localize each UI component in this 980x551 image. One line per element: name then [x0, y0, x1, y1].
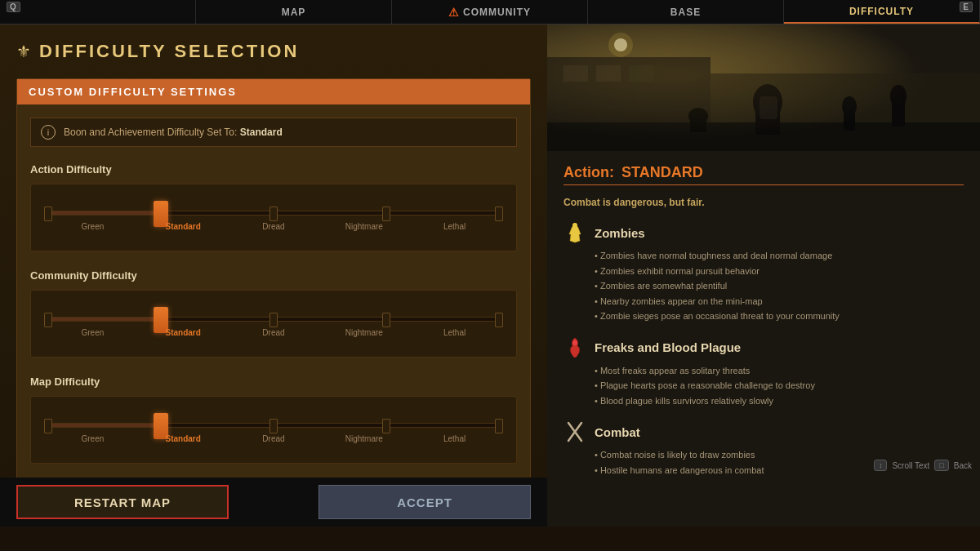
c-label-standard: Standard: [138, 328, 229, 337]
zombies-bullets: Zombies have normal toughness and deal n…: [595, 249, 964, 323]
zombie-icon: [564, 221, 586, 244]
stop-0: [44, 207, 52, 221]
action-slider-container[interactable]: Green Standard Dread Nightmare Lethal: [30, 184, 517, 251]
action-header: Action: STANDARD: [564, 164, 964, 181]
c-label-lethal: Lethal: [409, 328, 500, 337]
logo-icon: ⚜: [16, 42, 31, 61]
settings-box: CUSTOM DIFFICULTY SETTINGS i Boon and Ac…: [16, 78, 531, 510]
m-stop-4: [495, 419, 503, 433]
map-slider-labels: Green Standard Dread Nightmare Lethal: [47, 434, 500, 443]
combat-header: Combat: [564, 420, 964, 443]
community-slider-fill: [48, 318, 161, 321]
label-dread: Dread: [229, 222, 319, 231]
zombie-bullet-3: Nearby zombies appear on the mini-map: [595, 295, 964, 309]
accept-button[interactable]: Accept: [318, 485, 531, 519]
community-alert-icon: ⚠: [448, 6, 460, 19]
label-standard: Standard: [138, 222, 229, 231]
freak-bullet-2: Blood plague kills survivors relatively …: [595, 394, 964, 408]
info-text: Boon and Achievement Difficulty Set To: …: [64, 127, 283, 138]
scroll-key: ↕: [874, 460, 888, 471]
zombies-title: Zombies: [595, 226, 645, 240]
nav-map-label: Map: [282, 7, 306, 18]
label-nightmare: Nightmare: [318, 222, 409, 231]
freaks-bullets: Most freaks appear as solitary threats P…: [595, 364, 964, 408]
freaks-section: Freaks and Blood Plague Most freaks appe…: [564, 336, 964, 408]
settings-title: CUSTOM DIFFICULTY SETTINGS: [17, 79, 530, 104]
c-label-dread: Dread: [229, 328, 319, 337]
freaks-title: Freaks and Blood Plague: [595, 340, 741, 354]
e-key: E: [960, 2, 973, 12]
page-title: DIFFICULTY SELECTION: [39, 41, 299, 62]
back-hint-text: Back: [954, 461, 972, 470]
scene-overlay: [547, 24, 980, 151]
zombie-bullet-1: Zombies exhibit normal pursuit behavior: [595, 264, 964, 278]
stop-2: [270, 207, 278, 221]
left-panel: ⚜ DIFFICULTY SELECTION CUSTOM DIFFICULTY…: [0, 24, 547, 527]
community-slider-track[interactable]: [47, 317, 500, 322]
nav-item-q[interactable]: Q: [0, 0, 196, 24]
nav-difficulty-label: Difficulty: [849, 6, 914, 17]
m-label-dread: Dread: [229, 434, 319, 443]
nav-community-label: Community: [463, 7, 531, 18]
m-label-nightmare: Nightmare: [318, 434, 409, 443]
freaks-header: Freaks and Blood Plague: [564, 336, 964, 359]
c-stop-2: [270, 313, 278, 327]
m-stop-0: [44, 419, 52, 433]
scroll-hint: ↕ Scroll Text □ Back: [874, 460, 972, 471]
label-lethal: Lethal: [409, 222, 500, 231]
right-panel: Action: STANDARD Combat is dangerous, bu…: [547, 24, 980, 527]
map-slider-fill: [48, 424, 161, 427]
svg-point-20: [572, 223, 577, 228]
community-difficulty-section: Community Difficulty Green Standard Drea…: [30, 269, 517, 358]
freak-bullet-0: Most freaks appear as solitary threats: [595, 364, 964, 378]
page-header: ⚜ DIFFICULTY SELECTION: [16, 41, 531, 62]
restart-map-button[interactable]: Restart Map: [16, 485, 229, 519]
action-divider: [564, 184, 964, 185]
scroll-hint-text: Scroll Text: [892, 461, 929, 470]
nav-item-community[interactable]: ⚠ Community: [392, 0, 588, 24]
c-label-green: Green: [47, 328, 138, 337]
m-label-standard: Standard: [138, 434, 229, 443]
m-stop-3: [382, 419, 390, 433]
label-green: Green: [47, 222, 138, 231]
map-slider-container[interactable]: Green Standard Dread Nightmare Lethal: [30, 396, 517, 464]
nav-item-base[interactable]: Base: [588, 0, 784, 24]
c-stop-0: [44, 313, 52, 327]
freak-bullet-1: Plague hearts pose a reasonable challeng…: [595, 379, 964, 393]
zombie-bullet-2: Zombies are somewhat plentiful: [595, 279, 964, 293]
map-difficulty-label: Map Difficulty: [30, 375, 517, 388]
action-difficulty-section: Action Difficulty Green Standard: [30, 163, 517, 251]
zombies-section: Zombies Zombies have normal toughness an…: [564, 221, 964, 323]
map-slider-track[interactable]: [47, 423, 500, 428]
zombie-bullet-4: Zombie sieges pose an occasional threat …: [595, 309, 964, 323]
info-icon: i: [41, 125, 56, 140]
nav-item-difficulty[interactable]: Difficulty E: [784, 0, 980, 24]
info-row: i Boon and Achievement Difficulty Set To…: [30, 118, 517, 147]
nav-base-label: Base: [670, 7, 701, 18]
q-key: Q: [7, 2, 20, 12]
c-stop-4: [495, 313, 503, 327]
zombies-header: Zombies: [564, 221, 964, 244]
c-label-nightmare: Nightmare: [318, 328, 409, 337]
action-slider-labels: Green Standard Dread Nightmare Lethal: [47, 222, 500, 231]
community-slider-labels: Green Standard Dread Nightmare Lethal: [47, 328, 500, 337]
action-label: Action:: [564, 164, 614, 180]
m-label-lethal: Lethal: [409, 434, 500, 443]
svg-point-21: [572, 340, 577, 345]
m-stop-2: [270, 419, 278, 433]
combat-icon: [564, 420, 586, 443]
action-difficulty-label: Action Difficulty: [30, 163, 517, 176]
zombie-bullet-0: Zombies have normal toughness and deal n…: [595, 249, 964, 263]
action-subtitle: Combat is dangerous, but fair.: [564, 197, 964, 208]
combat-title: Combat: [595, 425, 640, 439]
c-stop-3: [382, 313, 390, 327]
main-content: ⚜ DIFFICULTY SELECTION CUSTOM DIFFICULTY…: [0, 24, 980, 527]
nav-item-map[interactable]: Map: [196, 0, 392, 24]
action-slider-track[interactable]: [47, 211, 500, 216]
info-value: Standard: [240, 127, 283, 138]
action-slider-fill: [48, 211, 161, 215]
top-nav: Q Map ⚠ Community Base Difficulty E: [0, 0, 980, 24]
map-difficulty-section: Map Difficulty Green Standard Dread: [30, 375, 517, 464]
stop-4: [495, 207, 503, 221]
community-slider-container[interactable]: Green Standard Dread Nightmare Lethal: [30, 290, 517, 358]
